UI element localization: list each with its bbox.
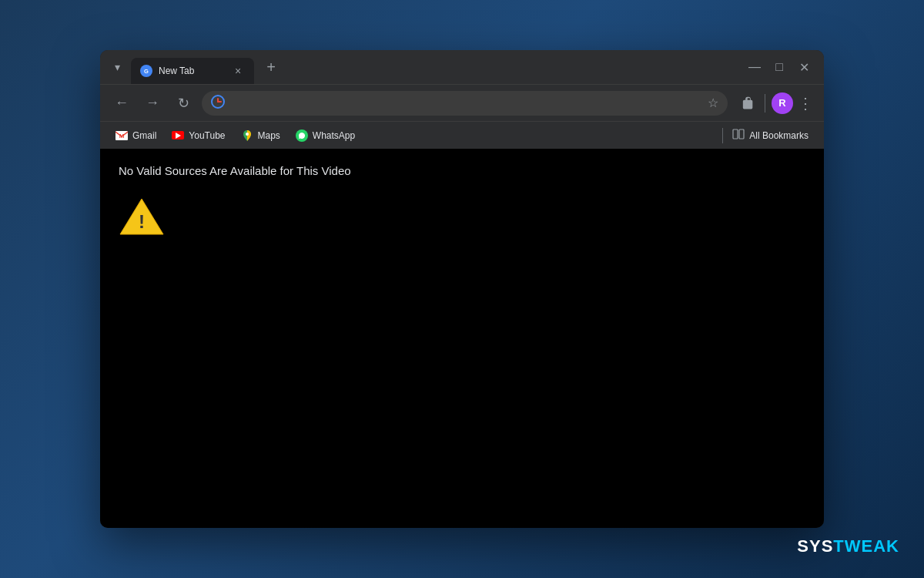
google-logo [211,95,225,111]
error-message: No Valid Sources Are Available for This … [119,164,805,177]
youtube-icon [172,129,184,142]
whatsapp-icon [296,129,308,142]
warning-icon: ! [119,196,805,239]
nav-right: R ⋮ [734,91,815,116]
back-button[interactable]: ← [109,91,134,116]
watermark-sys: SYS [797,536,833,556]
bookmark-maps[interactable]: Maps [235,126,286,146]
watermark-tweak: TWEAK [833,536,899,556]
whatsapp-label: WhatsApp [313,130,355,141]
youtube-label: YouTube [189,130,225,141]
tab-bar-left: ▾ G New Tab × + [106,54,282,80]
bookmarks-bar: M Gmail YouTube Maps [100,121,824,149]
page-content: No Valid Sources Are Available for This … [100,149,824,528]
svg-rect-7 [739,129,744,139]
bookmark-youtube[interactable]: YouTube [166,126,231,146]
maximize-button[interactable]: □ [772,59,787,75]
bookmark-star-icon[interactable]: ☆ [708,96,718,110]
title-bar: ▾ G New Tab × + — □ ✕ [100,50,824,84]
active-tab[interactable]: G New Tab × [131,58,254,84]
new-tab-button[interactable]: + [260,56,282,78]
all-bookmarks-button[interactable]: All Bookmarks [726,126,815,145]
forward-button[interactable]: → [140,91,165,116]
user-avatar[interactable]: R [772,92,793,114]
all-bookmarks-icon [732,129,745,142]
bookmarks-divider [722,128,723,143]
svg-text:!: ! [139,211,145,232]
svg-text:G: G [144,68,149,75]
close-window-button[interactable]: ✕ [796,59,812,75]
minimize-button[interactable]: — [747,59,762,75]
maps-label: Maps [258,130,280,141]
window-controls: — □ ✕ [747,59,818,75]
watermark: SYSTWEAK [797,536,899,556]
browser-window: ▾ G New Tab × + — □ ✕ ← → ↻ [100,50,824,528]
tab-title: New Tab [159,66,225,76]
maps-icon [241,129,253,142]
nav-bar: ← → ↻ ☆ R ⋮ [100,84,824,121]
bookmark-whatsapp[interactable]: WhatsApp [290,126,361,146]
all-bookmarks-label: All Bookmarks [749,130,808,141]
svg-point-5 [246,133,249,136]
refresh-button[interactable]: ↻ [171,91,196,116]
tab-dropdown-button[interactable]: ▾ [106,56,128,78]
gmail-label: Gmail [132,130,156,141]
address-bar[interactable]: ☆ [202,91,728,116]
bookmark-gmail[interactable]: M Gmail [109,126,162,146]
tab-close-button[interactable]: × [231,64,245,78]
extensions-button[interactable] [734,91,758,116]
svg-rect-6 [733,129,738,139]
nav-separator [765,94,765,113]
svg-text:M: M [119,133,125,139]
menu-button[interactable]: ⋮ [796,94,815,113]
tab-favicon: G [140,65,152,77]
bookmarks-right: All Bookmarks [722,126,815,145]
gmail-icon: M [116,129,128,142]
address-icons: ☆ [708,96,718,110]
